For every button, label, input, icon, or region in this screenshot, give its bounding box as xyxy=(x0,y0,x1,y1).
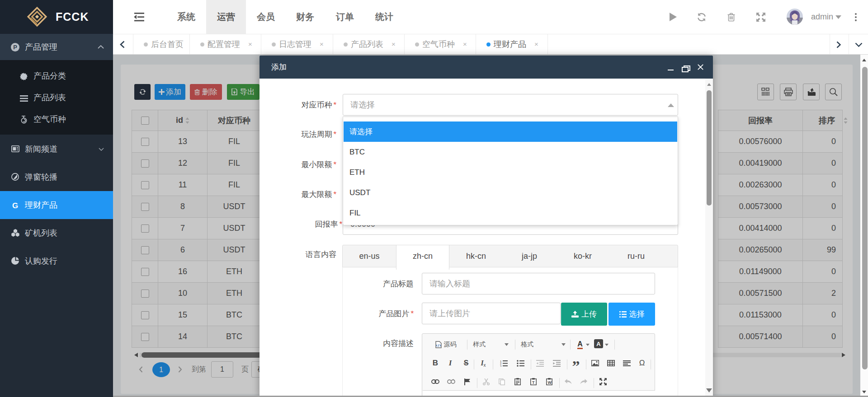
svg-text:3: 3 xyxy=(500,364,502,366)
svg-text:W: W xyxy=(547,380,552,385)
svg-text:T: T xyxy=(532,380,535,385)
